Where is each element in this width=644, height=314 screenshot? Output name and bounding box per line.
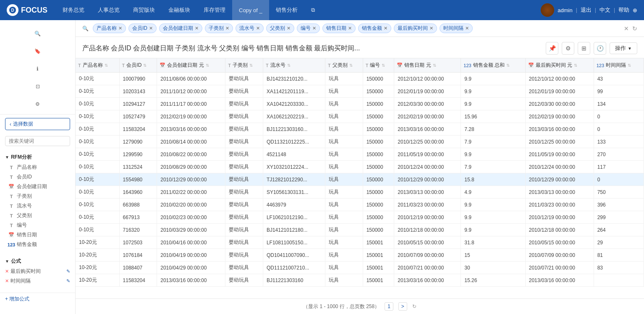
field-subcategory[interactable]: T 子类别: [0, 191, 75, 201]
filter-tag-memberid[interactable]: 会员ID ✕: [128, 24, 157, 33]
filter-close-saleamount[interactable]: ✕: [384, 26, 387, 31]
field-parent-category[interactable]: T 父类别: [0, 211, 75, 220]
col-saleamount[interactable]: 123 销售金额 总和 ⇅: [461, 58, 525, 73]
field-sale-date[interactable]: 📅 销售日期: [0, 230, 75, 240]
table-cell: 133: [594, 136, 644, 148]
field-product-name[interactable]: T 产品名称: [0, 162, 75, 172]
sidebar-bookmark-icon[interactable]: 🔖: [31, 44, 45, 58]
chart-btn[interactable]: 🕐: [594, 42, 606, 55]
sidebar-info-icon[interactable]: ℹ: [31, 62, 45, 76]
col-serial[interactable]: T 流水号 ⇅: [263, 58, 325, 73]
grid-btn[interactable]: ⊞: [578, 42, 590, 55]
table-cell: 9.9: [461, 73, 525, 85]
nav-finance[interactable]: 财务总览: [56, 0, 91, 20]
field-member-id[interactable]: T 会员ID: [0, 172, 75, 182]
col-memberid[interactable]: T 会员ID ⇅: [119, 58, 157, 73]
table-row: 0-10元12995902010/08/22 00:00:00婴幼玩具45211…: [76, 148, 644, 161]
rfm-section-header[interactable]: ▼ RFM分析: [0, 152, 75, 162]
sidebar-settings-icon[interactable]: ⚙: [31, 97, 45, 111]
filter-close-memberdate[interactable]: ✕: [195, 26, 199, 31]
table-cell: 2013/03/13 00:00:00: [394, 186, 461, 199]
field-member-date[interactable]: 📅 会员创建日期: [0, 182, 75, 191]
table-cell: 11583204: [119, 123, 157, 136]
formula-last-purchase[interactable]: ✕ 最后购买时间 ✎: [0, 267, 75, 276]
page-1-btn[interactable]: 1: [385, 302, 393, 311]
data-table-container[interactable]: T 产品名称 ⇅ T 会员ID ⇅: [76, 58, 644, 298]
filter-tag-parent[interactable]: 父类别 ✕: [266, 24, 294, 33]
table-cell: 9.9: [461, 211, 525, 224]
pagination-refresh-icon[interactable]: ↻: [412, 304, 416, 309]
filter-tag-code[interactable]: 编号 ✕: [297, 24, 320, 33]
table-cell: 玩具: [325, 161, 363, 173]
filter-tag-interval[interactable]: 时间间隔 ✕: [440, 24, 473, 33]
filter-close-serial[interactable]: ✕: [256, 26, 260, 31]
filter-tag-saleamount[interactable]: 销售金额 ✕: [358, 24, 391, 33]
filter-close-interval[interactable]: ✕: [465, 26, 469, 31]
nav-sales[interactable]: 销售分析: [269, 0, 304, 20]
table-cell: 2010/08/29 00:00:00: [157, 161, 225, 173]
filter-close-subcategory[interactable]: ✕: [225, 26, 229, 31]
filter-clear-btn[interactable]: ✕: [624, 25, 629, 32]
table-cell: 0-10元: [76, 173, 119, 186]
app-logo[interactable]: D FOCUS: [7, 4, 47, 16]
nav-trade[interactable]: 商贸版块: [126, 0, 162, 20]
table-cell: TJ12821012290...: [263, 173, 325, 186]
filter-close-parent[interactable]: ✕: [287, 26, 291, 31]
col-memberdate[interactable]: 📅 会员创建日期 元 ⇅: [157, 58, 225, 73]
table-cell: 31.8: [461, 236, 525, 249]
filter-tag-saledate[interactable]: 销售日期 ✕: [322, 24, 356, 33]
filter-tag-lastpurchase[interactable]: 最后购买时间 ✕: [394, 24, 437, 33]
filter-tag-serial[interactable]: 流水号 ✕: [236, 24, 264, 33]
table-cell: 婴幼玩具: [225, 110, 263, 123]
table-cell: 婴幼玩具: [225, 274, 263, 287]
logout-btn[interactable]: 退出: [581, 6, 592, 14]
add-formula-btn[interactable]: + 增加公式: [0, 293, 75, 305]
nav-external-link[interactable]: ⧉: [304, 0, 322, 20]
filter-close-product[interactable]: ✕: [118, 26, 122, 31]
logo-icon: D: [7, 4, 18, 16]
filter-close-code[interactable]: ✕: [312, 26, 316, 31]
filter-tag-product[interactable]: 产品名称 ✕: [93, 24, 126, 33]
table-row: 0-10元102031432011/10/12 00:00:00婴幼玩具XA11…: [76, 85, 644, 98]
lang-btn[interactable]: 中文: [599, 6, 610, 14]
table-cell: 2012/03/30 00:00:00: [394, 98, 461, 110]
filter-close-saledate[interactable]: ✕: [348, 26, 352, 31]
field-serial[interactable]: T 流水号: [0, 201, 75, 211]
table-cell: 2013/03/16 00:00:00: [525, 123, 594, 136]
col-product[interactable]: T 产品名称 ⇅: [76, 58, 119, 73]
filter-close-memberid[interactable]: ✕: [149, 26, 153, 31]
pin-btn[interactable]: 📌: [546, 42, 558, 55]
filter-tag-memberdate[interactable]: 会员创建日期 ✕: [159, 24, 202, 33]
filter-refresh-btn[interactable]: ↻: [632, 25, 637, 32]
nav-inventory[interactable]: 库存管理: [197, 0, 232, 20]
help-icon[interactable]: ⊕: [633, 7, 637, 13]
table-cell: 婴幼玩具: [225, 224, 263, 236]
col-lastpurchase[interactable]: 📅 最后购买时间 元 ⇅: [525, 58, 594, 73]
page-next-btn[interactable]: >: [398, 302, 407, 311]
filter-search-icon: 🔍: [82, 26, 89, 31]
formula-time-interval[interactable]: ✕ 时间间隔 ✎: [0, 276, 75, 286]
nav-copy[interactable]: Copy of _: [232, 0, 269, 20]
table-cell: 4521148: [263, 148, 325, 161]
filter-tag-subcategory[interactable]: 子类别 ✕: [205, 24, 233, 33]
nav-hr[interactable]: 人事总览: [91, 0, 126, 20]
col-saledate[interactable]: 📅 销售日期 元 ⇅: [394, 58, 461, 73]
sidebar-search-input[interactable]: [5, 136, 70, 146]
sidebar-search-icon[interactable]: 🔍: [31, 27, 45, 40]
field-sale-amount[interactable]: 123 销售金额: [0, 240, 75, 249]
table-cell: 150001: [363, 274, 394, 287]
help-btn[interactable]: 帮助: [618, 6, 629, 14]
col-subcategory[interactable]: T 子类别 ⇅: [225, 58, 263, 73]
col-parent[interactable]: T 父类别 ⇅: [325, 58, 363, 73]
table-cell: 玩具: [325, 274, 363, 287]
col-interval[interactable]: 123 时间间隔 ⇅: [594, 58, 644, 73]
select-data-btn[interactable]: ‹ 选择数据: [5, 118, 70, 130]
col-code[interactable]: T 编号 ⇅: [363, 58, 394, 73]
filter-close-lastpurchase[interactable]: ✕: [429, 26, 433, 31]
settings-btn[interactable]: ⚙: [562, 42, 574, 55]
formula-section-header[interactable]: ▼ 公式: [0, 256, 75, 267]
action-dropdown-btn[interactable]: 操作 ▼: [610, 42, 637, 54]
nav-finance2[interactable]: 金融板块: [162, 0, 197, 20]
sidebar-table-icon[interactable]: ⊡: [31, 80, 45, 93]
field-code[interactable]: T 编号: [0, 220, 75, 230]
